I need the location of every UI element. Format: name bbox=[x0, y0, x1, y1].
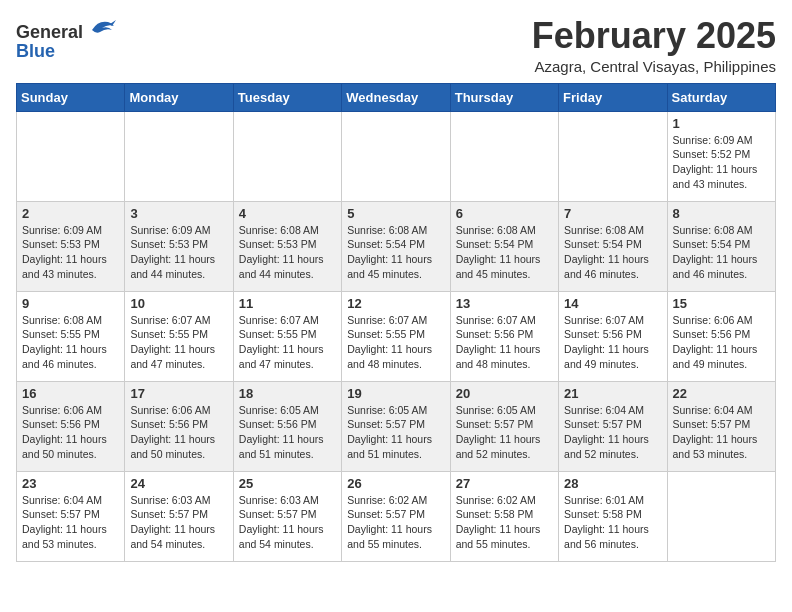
day-info: Sunrise: 6:09 AM Sunset: 5:52 PM Dayligh… bbox=[673, 133, 770, 192]
calendar-cell: 2Sunrise: 6:09 AM Sunset: 5:53 PM Daylig… bbox=[17, 201, 125, 291]
calendar-cell bbox=[559, 111, 667, 201]
calendar-week-row: 23Sunrise: 6:04 AM Sunset: 5:57 PM Dayli… bbox=[17, 471, 776, 561]
day-number: 21 bbox=[564, 386, 661, 401]
calendar-cell: 8Sunrise: 6:08 AM Sunset: 5:54 PM Daylig… bbox=[667, 201, 775, 291]
day-info: Sunrise: 6:07 AM Sunset: 5:56 PM Dayligh… bbox=[564, 313, 661, 372]
calendar-cell: 4Sunrise: 6:08 AM Sunset: 5:53 PM Daylig… bbox=[233, 201, 341, 291]
calendar-cell bbox=[667, 471, 775, 561]
day-info: Sunrise: 6:02 AM Sunset: 5:58 PM Dayligh… bbox=[456, 493, 553, 552]
day-number: 4 bbox=[239, 206, 336, 221]
calendar-cell: 1Sunrise: 6:09 AM Sunset: 5:52 PM Daylig… bbox=[667, 111, 775, 201]
day-info: Sunrise: 6:05 AM Sunset: 5:57 PM Dayligh… bbox=[347, 403, 444, 462]
day-number: 1 bbox=[673, 116, 770, 131]
calendar-cell: 23Sunrise: 6:04 AM Sunset: 5:57 PM Dayli… bbox=[17, 471, 125, 561]
day-info: Sunrise: 6:08 AM Sunset: 5:55 PM Dayligh… bbox=[22, 313, 119, 372]
day-number: 26 bbox=[347, 476, 444, 491]
calendar-cell: 10Sunrise: 6:07 AM Sunset: 5:55 PM Dayli… bbox=[125, 291, 233, 381]
calendar-table: SundayMondayTuesdayWednesdayThursdayFrid… bbox=[16, 83, 776, 562]
day-info: Sunrise: 6:07 AM Sunset: 5:56 PM Dayligh… bbox=[456, 313, 553, 372]
day-info: Sunrise: 6:07 AM Sunset: 5:55 PM Dayligh… bbox=[239, 313, 336, 372]
day-info: Sunrise: 6:07 AM Sunset: 5:55 PM Dayligh… bbox=[130, 313, 227, 372]
day-info: Sunrise: 6:03 AM Sunset: 5:57 PM Dayligh… bbox=[239, 493, 336, 552]
day-number: 17 bbox=[130, 386, 227, 401]
day-number: 16 bbox=[22, 386, 119, 401]
day-info: Sunrise: 6:01 AM Sunset: 5:58 PM Dayligh… bbox=[564, 493, 661, 552]
calendar-cell: 24Sunrise: 6:03 AM Sunset: 5:57 PM Dayli… bbox=[125, 471, 233, 561]
day-number: 8 bbox=[673, 206, 770, 221]
calendar-cell: 11Sunrise: 6:07 AM Sunset: 5:55 PM Dayli… bbox=[233, 291, 341, 381]
day-info: Sunrise: 6:08 AM Sunset: 5:54 PM Dayligh… bbox=[456, 223, 553, 282]
calendar-cell: 18Sunrise: 6:05 AM Sunset: 5:56 PM Dayli… bbox=[233, 381, 341, 471]
day-number: 13 bbox=[456, 296, 553, 311]
logo: General Blue bbox=[16, 16, 116, 61]
day-info: Sunrise: 6:06 AM Sunset: 5:56 PM Dayligh… bbox=[130, 403, 227, 462]
weekday-header-wednesday: Wednesday bbox=[342, 83, 450, 111]
day-number: 14 bbox=[564, 296, 661, 311]
weekday-header-row: SundayMondayTuesdayWednesdayThursdayFrid… bbox=[17, 83, 776, 111]
day-number: 24 bbox=[130, 476, 227, 491]
calendar-cell: 12Sunrise: 6:07 AM Sunset: 5:55 PM Dayli… bbox=[342, 291, 450, 381]
day-info: Sunrise: 6:06 AM Sunset: 5:56 PM Dayligh… bbox=[673, 313, 770, 372]
logo-text: General Blue bbox=[16, 16, 116, 61]
calendar-cell bbox=[233, 111, 341, 201]
day-info: Sunrise: 6:04 AM Sunset: 5:57 PM Dayligh… bbox=[673, 403, 770, 462]
day-info: Sunrise: 6:02 AM Sunset: 5:57 PM Dayligh… bbox=[347, 493, 444, 552]
day-number: 15 bbox=[673, 296, 770, 311]
day-number: 9 bbox=[22, 296, 119, 311]
calendar-week-row: 16Sunrise: 6:06 AM Sunset: 5:56 PM Dayli… bbox=[17, 381, 776, 471]
calendar-cell bbox=[17, 111, 125, 201]
day-info: Sunrise: 6:08 AM Sunset: 5:54 PM Dayligh… bbox=[673, 223, 770, 282]
day-number: 6 bbox=[456, 206, 553, 221]
day-number: 28 bbox=[564, 476, 661, 491]
title-month-year: February 2025 bbox=[532, 16, 776, 56]
calendar-cell: 9Sunrise: 6:08 AM Sunset: 5:55 PM Daylig… bbox=[17, 291, 125, 381]
day-info: Sunrise: 6:03 AM Sunset: 5:57 PM Dayligh… bbox=[130, 493, 227, 552]
calendar-cell: 6Sunrise: 6:08 AM Sunset: 5:54 PM Daylig… bbox=[450, 201, 558, 291]
weekday-header-sunday: Sunday bbox=[17, 83, 125, 111]
calendar-cell: 16Sunrise: 6:06 AM Sunset: 5:56 PM Dayli… bbox=[17, 381, 125, 471]
weekday-header-monday: Monday bbox=[125, 83, 233, 111]
day-info: Sunrise: 6:06 AM Sunset: 5:56 PM Dayligh… bbox=[22, 403, 119, 462]
day-number: 11 bbox=[239, 296, 336, 311]
day-info: Sunrise: 6:04 AM Sunset: 5:57 PM Dayligh… bbox=[564, 403, 661, 462]
calendar-cell: 21Sunrise: 6:04 AM Sunset: 5:57 PM Dayli… bbox=[559, 381, 667, 471]
weekday-header-thursday: Thursday bbox=[450, 83, 558, 111]
calendar-cell bbox=[125, 111, 233, 201]
day-number: 12 bbox=[347, 296, 444, 311]
day-info: Sunrise: 6:08 AM Sunset: 5:54 PM Dayligh… bbox=[347, 223, 444, 282]
calendar-cell: 13Sunrise: 6:07 AM Sunset: 5:56 PM Dayli… bbox=[450, 291, 558, 381]
calendar-cell bbox=[342, 111, 450, 201]
calendar-cell: 5Sunrise: 6:08 AM Sunset: 5:54 PM Daylig… bbox=[342, 201, 450, 291]
day-info: Sunrise: 6:09 AM Sunset: 5:53 PM Dayligh… bbox=[22, 223, 119, 282]
day-number: 22 bbox=[673, 386, 770, 401]
day-info: Sunrise: 6:05 AM Sunset: 5:57 PM Dayligh… bbox=[456, 403, 553, 462]
calendar-cell: 15Sunrise: 6:06 AM Sunset: 5:56 PM Dayli… bbox=[667, 291, 775, 381]
day-number: 7 bbox=[564, 206, 661, 221]
weekday-header-saturday: Saturday bbox=[667, 83, 775, 111]
day-number: 5 bbox=[347, 206, 444, 221]
calendar-cell: 17Sunrise: 6:06 AM Sunset: 5:56 PM Dayli… bbox=[125, 381, 233, 471]
day-number: 23 bbox=[22, 476, 119, 491]
calendar-week-row: 1Sunrise: 6:09 AM Sunset: 5:52 PM Daylig… bbox=[17, 111, 776, 201]
calendar-cell: 27Sunrise: 6:02 AM Sunset: 5:58 PM Dayli… bbox=[450, 471, 558, 561]
calendar-cell: 7Sunrise: 6:08 AM Sunset: 5:54 PM Daylig… bbox=[559, 201, 667, 291]
logo-bird-icon bbox=[88, 16, 116, 38]
day-info: Sunrise: 6:08 AM Sunset: 5:53 PM Dayligh… bbox=[239, 223, 336, 282]
calendar-cell: 3Sunrise: 6:09 AM Sunset: 5:53 PM Daylig… bbox=[125, 201, 233, 291]
day-number: 25 bbox=[239, 476, 336, 491]
weekday-header-friday: Friday bbox=[559, 83, 667, 111]
day-number: 19 bbox=[347, 386, 444, 401]
page-header: General Blue February 2025 Azagra, Centr… bbox=[16, 16, 776, 75]
calendar-cell: 19Sunrise: 6:05 AM Sunset: 5:57 PM Dayli… bbox=[342, 381, 450, 471]
day-number: 3 bbox=[130, 206, 227, 221]
calendar-cell bbox=[450, 111, 558, 201]
day-info: Sunrise: 6:09 AM Sunset: 5:53 PM Dayligh… bbox=[130, 223, 227, 282]
day-number: 10 bbox=[130, 296, 227, 311]
calendar-cell: 22Sunrise: 6:04 AM Sunset: 5:57 PM Dayli… bbox=[667, 381, 775, 471]
day-info: Sunrise: 6:08 AM Sunset: 5:54 PM Dayligh… bbox=[564, 223, 661, 282]
day-number: 20 bbox=[456, 386, 553, 401]
calendar-cell: 28Sunrise: 6:01 AM Sunset: 5:58 PM Dayli… bbox=[559, 471, 667, 561]
calendar-cell: 25Sunrise: 6:03 AM Sunset: 5:57 PM Dayli… bbox=[233, 471, 341, 561]
title-block: February 2025 Azagra, Central Visayas, P… bbox=[532, 16, 776, 75]
logo-blue: Blue bbox=[16, 41, 55, 61]
